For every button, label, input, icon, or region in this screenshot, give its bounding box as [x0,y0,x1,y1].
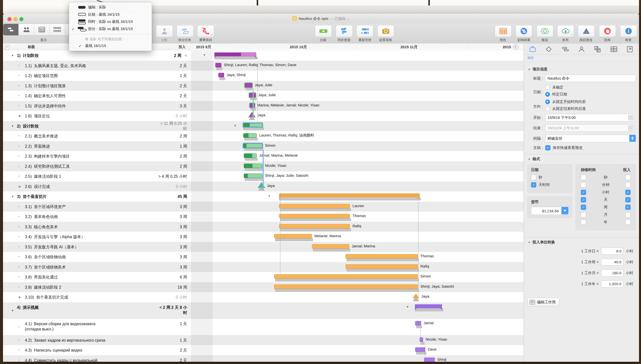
task-bar[interactable] [424,358,435,362]
tab-export-icon[interactable] [627,46,633,52]
quicklook-checkbox[interactable]: ✓保存快速查看预览 [545,145,582,150]
task-row-2.6[interactable]: ◆2.6)设计完成0 小时 [3,182,191,192]
task-row-1.1[interactable]: •1.1)头脑风暴主题, 受众, 美术风格2 天 [3,61,191,71]
summary-bar[interactable] [243,123,262,127]
tab-project-icon[interactable] [529,46,536,52]
chart-disclosure-icon[interactable]: ▼ [203,54,206,56]
calendar-icon[interactable] [628,126,634,130]
date-format-option[interactable]: 秒 [531,175,568,180]
task-row-2.3[interactable]: •2.3)构建样本引擎内项目2 周 [3,151,191,161]
conversion-value-input[interactable]: 1,920.0 [601,280,623,288]
task-bar[interactable] [415,321,421,326]
duration-checkbox[interactable] [581,212,586,217]
duration-checkbox[interactable] [581,220,586,225]
tab-task-icon[interactable] [562,46,569,52]
task-row-1[interactable]: ▼1)计划阶段2 周< [3,50,191,61]
summary-bar[interactable] [279,194,420,198]
effort-checkbox[interactable] [625,182,630,188]
task-bar[interactable] [215,63,221,68]
date-specific-option[interactable]: 特定日期 [545,92,636,97]
task-bar[interactable] [250,103,255,108]
summary-bar[interactable] [214,52,256,56]
disclosure-triangle-icon[interactable]: ▼ [11,195,14,198]
end-date-input[interactable]: 15/11/24 上午11:02 [545,124,636,132]
duration-checkbox[interactable] [581,175,586,180]
task-row-4.2[interactable]: •4.2)Захват кадров из вертикального срез… [3,335,191,345]
task-row-2.4[interactable]: •2.4)研究和评估测试工具2 周 [3,161,191,172]
conversion-value-input[interactable]: 160.0 [601,270,623,276]
factors-button[interactable] [515,25,532,37]
effort-checkbox[interactable]: ✓ [625,205,630,210]
task-row-3.2[interactable]: •3.2)基本角色动画3 周 [3,212,191,222]
sync-button[interactable] [336,25,353,37]
format-header[interactable]: ▼格式 [528,157,636,161]
duration-checkbox[interactable]: ✓ [581,205,586,210]
task-row-4.1[interactable]: •4.1)Версия сборки для видеозахвата(отла… [3,319,191,335]
duration-checkbox[interactable]: ✓ [581,197,586,202]
reschedule-button[interactable] [356,25,373,37]
gantt-pane[interactable]: 2015 9月 2015 10月 2015 11月 2015 ▼Shinji; … [191,44,524,362]
chart-disclosure-icon[interactable]: ▼ [234,124,237,127]
task-row-4.4[interactable]: •4.4)Совместить кадры с музыкальной2 天 [3,355,191,362]
task-row-3.3[interactable]: •3.3)核心角色美术3 周 [3,222,191,232]
task-bar[interactable] [345,264,418,269]
simulate-button[interactable] [536,25,553,37]
task-row-3.10[interactable]: ◆3.10)首个垂直切片完成0 小时 [3,292,191,302]
effort-checkbox[interactable] [625,212,630,217]
task-bar[interactable] [415,347,425,352]
project-info-header[interactable]: ▼项目信息 [528,67,636,72]
report-button[interactable] [495,25,512,37]
effort-checkbox[interactable]: ✓ [625,197,630,202]
stepper-icon[interactable] [629,135,636,142]
currency-select[interactable]: $1,234.56 [531,207,568,215]
split-task-button[interactable] [177,25,194,37]
effort-checkbox[interactable]: ✓ [625,190,630,195]
tab-resource-icon[interactable] [578,46,584,52]
task-bar[interactable] [279,214,350,218]
track-changes-button[interactable] [578,25,595,37]
effort-column-header[interactable]: 投入 [179,45,186,49]
level-button[interactable] [315,25,332,37]
conversion-value-input[interactable]: 8.0 [601,248,623,254]
tab-styles-icon[interactable] [594,46,601,52]
summary-bar[interactable] [415,304,442,308]
menu-item[interactable]: 编辑 : 实际 [69,4,152,11]
task-row-3.7[interactable]: •3.7)首个区域怪物美术3 周 [3,262,191,272]
effort-checkbox[interactable] [625,220,630,225]
task-row-3.5[interactable]: •3.5)开发敌方寻路 AI（基本）3 周 [3,242,191,252]
menu-item[interactable]: ✓拆分 : 实际 vs 基线 16/1/15 [69,25,152,32]
task-bar[interactable] [274,274,418,279]
task-row-1.3[interactable]: •1.3)计划预计项目预算2 天 [3,81,191,91]
chart-disclosure-icon[interactable]: ▼ [406,305,409,308]
task-row-4[interactable]: ▼4)演示视频< 2 周 2 天 8 小时 [3,302,191,319]
view-resources-tab[interactable] [19,24,34,35]
view-network-tab[interactable] [50,24,65,35]
menu-item[interactable]: 比较 : 基线 16/1/15 [69,11,152,18]
duration-checkbox[interactable] [581,182,586,188]
task-row-3.4[interactable]: •3.4)开发战斗引擎（Alpha 版本）3 周 [3,232,191,242]
granularity-select[interactable]: 精确安排 [545,135,636,142]
task-row-1.4[interactable]: •1.4)确定承包人可用性2 天 [3,91,191,101]
task-row-1.5[interactable]: •1.5)评估并选择中间件3 天 [3,101,191,111]
task-row-3.1[interactable]: •3.1)首个区域环境资产3 周 [3,202,191,212]
view-calendar-tab[interactable] [34,24,50,35]
task-bar[interactable] [249,93,256,98]
gantt-timeline-header[interactable]: 2015 9月 2015 10月 2015 11月 2015 [191,44,524,51]
task-row-2.1[interactable]: •2.1)概念美术推进2 周 [3,131,191,141]
task-bar[interactable] [345,254,418,258]
publish-button[interactable]: ⌄ [557,25,574,37]
task-bar[interactable] [244,164,262,168]
effort-checkbox[interactable] [625,175,630,180]
task-bar[interactable] [218,73,224,77]
direction-forward-option[interactable]: 从固定开始时间向前 [545,100,636,104]
critical-path-button[interactable]: ⌄ [197,25,214,37]
task-row-2.5[interactable]: •2.5)媒体活动阶段 1> 4 周 0.25 小时 [3,171,191,182]
duration-checkbox[interactable]: ✓ [581,190,586,195]
task-bar[interactable] [279,224,350,228]
task-bar[interactable] [274,234,312,238]
calendar-icon[interactable] [628,115,634,120]
task-row-3.6[interactable]: •3.6)首个区域怪物动画3 周 [3,252,191,262]
timeline-zoom-indicator[interactable] [513,44,518,50]
task-row-4.3[interactable]: •4.3)Написать сценарий видео2 天 [3,345,191,355]
violations-button[interactable] [599,25,616,37]
